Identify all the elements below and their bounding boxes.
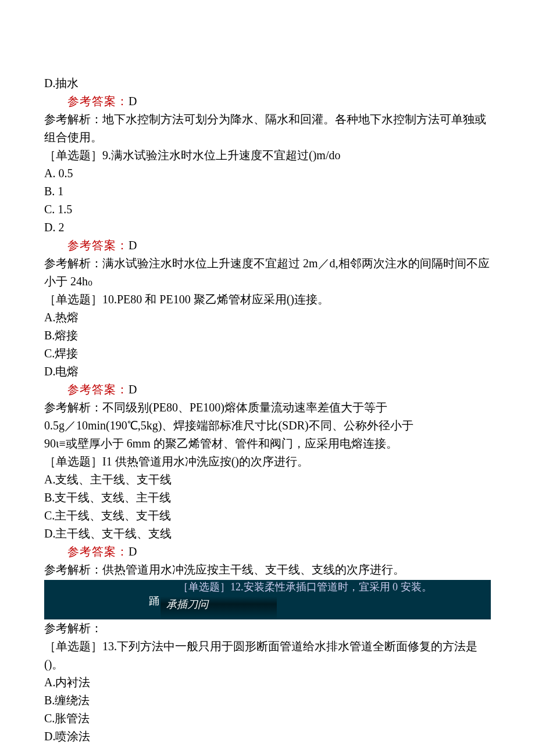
q11-option-b: B.支干线、支线、主干线 xyxy=(44,489,491,507)
q13-explanation-label: 参考解析： xyxy=(44,619,491,637)
q9-stem: ［单选题］9.满水试验注水时水位上升速度不宜超过()m/do xyxy=(44,146,491,164)
q9-option-b: B. 1 xyxy=(44,182,491,200)
q11-explanation: 参考解析：供热管道用水冲洗应按主干线、支干线、支线的次序进行。 xyxy=(44,561,491,579)
q11-stem: ［单选题］I1 供热管道用水冲洗应按()的次序进行。 xyxy=(44,453,491,471)
q11-answer-line: 参考答案：D xyxy=(44,543,491,561)
q11-option-a: A.支线、主干线、支干线 xyxy=(44,471,491,489)
q12-highlight-mid: 承插刀问 xyxy=(160,594,277,619)
q12-highlight-block: ［单选题］12.安装柔性承插口管道时，宜采用 0 安装。 踊 承插刀问 xyxy=(44,580,491,619)
q13-stem: ［单选题］13.下列方法中一般只用于圆形断面管道给水排水管道全断面修复的方法是(… xyxy=(44,637,491,673)
q11-option-c: C.主干线、支线、支干线 xyxy=(44,507,491,525)
q9-option-c: C. 1.5 xyxy=(44,200,491,218)
q12-highlight-left: 踊 xyxy=(44,594,160,608)
q10-option-a: A.热熔 xyxy=(44,309,491,327)
q9-option-a: A. 0.5 xyxy=(44,164,491,182)
q8-explanation: 参考解析：地下水控制方法可划分为降水、隔水和回灌。各种地下水控制方法可单独或组合… xyxy=(44,110,491,146)
q13-option-d: D.喷涂法 xyxy=(44,728,491,746)
q9-answer-value: D xyxy=(129,239,137,252)
q9-answer-line: 参考答案：D xyxy=(44,237,491,255)
q13-option-b: B.缠绕法 xyxy=(44,691,491,710)
q10-explanation-1: 参考解析：不同级别(PE80、PE100)熔体质量流动速率差值大于等于 xyxy=(44,399,491,417)
answer-label: 参考答案： xyxy=(67,383,129,396)
q12-highlight-top: ［单选题］12.安装柔性承插口管道时，宜采用 0 安装。 xyxy=(44,580,491,594)
q10-option-d: D.电熔 xyxy=(44,363,491,381)
q10-option-c: C.焊接 xyxy=(44,345,491,363)
q13-option-c: C.胀管法 xyxy=(44,710,491,728)
q10-explanation-2: 0.5g／10min(190℃,5kg)、焊接端部标准尺寸比(SDR)不同、公称… xyxy=(44,417,491,435)
q11-option-d: D.主干线、支干线、支线 xyxy=(44,525,491,543)
q12-highlight-bottom-row: 踊 承插刀问 xyxy=(44,594,491,619)
q10-stem: ［单选题］10.PE80 和 PE100 聚乙烯管材应采用()连接。 xyxy=(44,291,491,309)
q10-answer-line: 参考答案：D xyxy=(44,381,491,399)
q8-answer-line: 参考答案：D xyxy=(44,92,491,110)
answer-label: 参考答案： xyxy=(67,239,129,252)
q13-option-a: A.内衬法 xyxy=(44,673,491,691)
q10-option-b: B.熔接 xyxy=(44,327,491,345)
answer-label: 参考答案： xyxy=(67,95,129,108)
q10-answer-value: D xyxy=(129,383,137,396)
answer-label: 参考答案： xyxy=(67,545,129,558)
q8-answer-value: D xyxy=(129,95,137,108)
q9-option-d: D. 2 xyxy=(44,218,491,237)
q8-option-d: D.抽水 xyxy=(44,74,491,92)
q9-explanation: 参考解析：满水试验注水时水位上升速度不宜超过 2m／d,相邻两次注水的间隔时间不… xyxy=(44,255,491,291)
q11-answer-value: D xyxy=(129,545,137,558)
q10-explanation-3: 90ι≡或壁厚小于 6mm 的聚乙烯管材、管件和阀门，应采用电熔连接。 xyxy=(44,435,491,453)
